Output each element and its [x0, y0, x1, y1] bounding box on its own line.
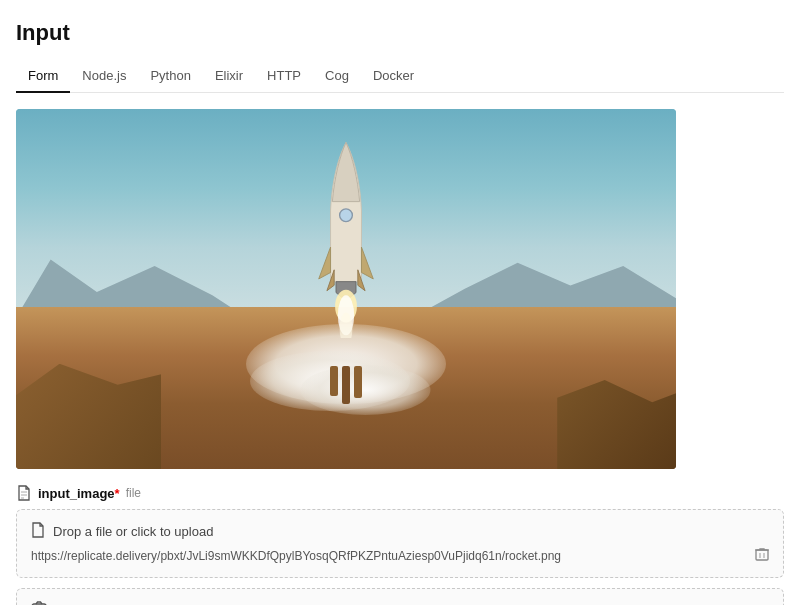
upload-drop-row: Drop a file or click to upload	[31, 522, 769, 541]
image-preview-container	[16, 109, 676, 469]
upload-drop-text: Drop a file or click to upload	[53, 524, 213, 539]
tab-elixir[interactable]: Elixir	[203, 60, 255, 93]
upload-url-text: https://replicate.delivery/pbxt/JvLi9smW…	[31, 549, 749, 563]
tab-docker[interactable]: Docker	[361, 60, 426, 93]
tab-python[interactable]: Python	[138, 60, 202, 93]
smoke-bottom3	[301, 365, 431, 415]
svg-point-0	[340, 209, 353, 222]
rocket-image	[16, 109, 676, 469]
trash-icon[interactable]	[755, 547, 769, 565]
tab-form[interactable]: Form	[16, 60, 70, 93]
launchpad	[330, 366, 362, 404]
tab-nodejs[interactable]: Node.js	[70, 60, 138, 93]
field-type: file	[126, 486, 141, 500]
page-title: Input	[16, 20, 784, 46]
tabs-bar: Form Node.js Python Elixir HTTP Cog Dock…	[16, 60, 784, 93]
camera-icon	[31, 601, 47, 605]
upload-area[interactable]: Drop a file or click to upload https://r…	[16, 509, 784, 578]
field-label: input_image*	[38, 486, 120, 501]
file-icon	[16, 485, 32, 501]
tab-http[interactable]: HTTP	[255, 60, 313, 93]
rocket	[311, 138, 381, 338]
field-label-row: input_image* file	[16, 485, 784, 501]
upload-file-icon	[31, 522, 45, 541]
svg-rect-4	[756, 550, 768, 560]
tab-cog[interactable]: Cog	[313, 60, 361, 93]
page-container: Input Form Node.js Python Elixir HTTP Co…	[0, 0, 800, 605]
webcam-area[interactable]: Take a photo with your webcam	[16, 588, 784, 605]
rocket-svg	[311, 138, 381, 338]
upload-url-row: https://replicate.delivery/pbxt/JvLi9smW…	[31, 547, 769, 565]
